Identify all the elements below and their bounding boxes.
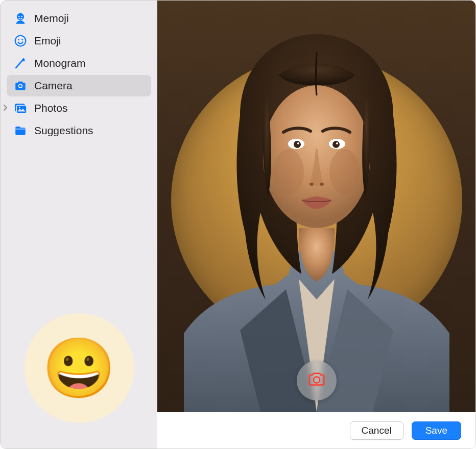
chevron-right-icon (4, 105, 8, 112)
svg-point-5 (21, 39, 23, 40)
emoji-icon (14, 34, 27, 47)
camera-subject-face (184, 24, 449, 412)
camera-viewfinder (157, 1, 475, 412)
save-button[interactable]: Save (412, 421, 461, 440)
svg-point-21 (310, 183, 314, 186)
svg-point-4 (18, 39, 19, 40)
svg-rect-11 (15, 129, 26, 129)
svg-point-18 (332, 141, 340, 148)
sidebar: Memoji Emoji Monogram Camera (1, 1, 157, 448)
sidebar-item-label: Photos (34, 102, 144, 114)
sidebar-item-label: Monogram (34, 57, 144, 69)
sidebar-item-label: Camera (34, 80, 144, 92)
sidebar-item-photos[interactable]: Photos (7, 97, 151, 119)
preview-emoji: 😀 (42, 334, 115, 403)
shutter-button[interactable] (297, 361, 337, 401)
svg-point-22 (320, 183, 324, 186)
svg-point-23 (313, 377, 319, 383)
svg-point-19 (297, 142, 299, 144)
sidebar-item-camera[interactable]: Camera (7, 75, 151, 96)
svg-point-3 (15, 36, 26, 46)
sidebar-item-label: Emoji (34, 35, 144, 47)
sidebar-item-emoji[interactable]: Emoji (7, 30, 151, 52)
sidebar-item-memoji[interactable]: Memoji (7, 8, 151, 29)
camera-capture-icon (306, 369, 327, 392)
sidebar-item-monogram[interactable]: Monogram (7, 53, 151, 74)
sidebar-item-suggestions[interactable]: Suggestions (7, 120, 151, 141)
cancel-button[interactable]: Cancel (350, 421, 403, 440)
svg-point-20 (336, 142, 338, 144)
svg-point-2 (21, 16, 22, 17)
svg-point-7 (19, 85, 22, 87)
camera-icon (14, 79, 27, 92)
monogram-icon (14, 57, 27, 70)
svg-point-1 (18, 16, 19, 17)
svg-point-13 (273, 149, 304, 195)
suggestions-icon (14, 124, 27, 137)
sidebar-list: Memoji Emoji Monogram Camera (7, 8, 151, 141)
svg-point-10 (19, 107, 20, 109)
main-pane: Cancel Save (157, 1, 475, 448)
current-profile-preview: 😀 (24, 313, 134, 423)
sidebar-item-label: Memoji (34, 12, 144, 24)
svg-rect-9 (16, 106, 26, 113)
profile-picture-dialog: Memoji Emoji Monogram Camera (0, 0, 476, 449)
sidebar-item-label: Suggestions (34, 124, 144, 137)
svg-point-17 (294, 141, 301, 148)
svg-point-14 (329, 149, 360, 195)
dialog-footer: Cancel Save (157, 412, 475, 448)
photos-icon (14, 102, 27, 115)
memoji-icon (14, 12, 27, 25)
